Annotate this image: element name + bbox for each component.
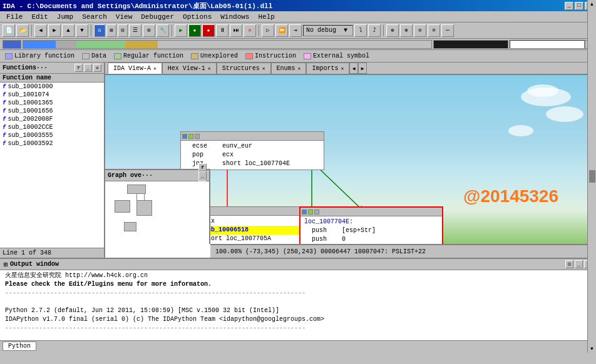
functions-close-btn[interactable]: ✕ — [93, 64, 101, 72]
func-name-2: sub_10001365 — [8, 99, 53, 106]
output-scroll-up[interactable]: ▲ — [590, 1, 593, 7]
functions-min-btn[interactable]: _ — [84, 64, 92, 72]
legend-instruction-color — [245, 53, 253, 59]
tab-ida-view-close[interactable]: ✕ — [153, 66, 157, 71]
tab-imports-close[interactable]: ✕ — [341, 66, 344, 71]
tb-pause[interactable]: ⏸ — [216, 24, 229, 37]
output-content[interactable]: 火星信息安全研究院 http://www.h4ck.org.cn Please … — [0, 270, 596, 340]
output-scroll-down[interactable]: ▼ — [590, 346, 593, 351]
graph-status: 100.00% (-73,345) (250,243) 00006447 100… — [210, 244, 596, 258]
minimize-button[interactable]: _ — [565, 2, 573, 10]
graph-status-text: 100.00% (-73,345) (250,243) 00006447 100… — [215, 248, 426, 255]
menu-edit[interactable]: Edit — [28, 13, 51, 21]
tb-run2[interactable]: ● — [188, 24, 201, 37]
overview-pin[interactable]: f — [198, 163, 207, 171]
menu-file[interactable]: File — [3, 13, 26, 21]
tb-btn5[interactable]: ⚙ — [143, 24, 155, 37]
menu-jump[interactable]: Jump — [53, 13, 77, 21]
legend-external-color — [304, 53, 311, 59]
func-item-6[interactable]: f sub_10003555 — [0, 131, 104, 139]
functions-list[interactable]: f sub_10001000 f sub_1001074 f sub_10001… — [0, 83, 104, 248]
tb-btn4[interactable]: ☰ — [129, 24, 141, 37]
tab-hex-view[interactable]: Hex View-1 ✕ — [162, 63, 217, 74]
tb-debug-btn1[interactable]: ▷ — [262, 24, 274, 37]
tb-btn1[interactable]: G — [94, 24, 105, 37]
tab-enums-close[interactable]: ✕ — [298, 66, 301, 71]
menu-debugger[interactable]: Debugger — [137, 13, 178, 21]
tab-structures-close[interactable]: ✕ — [262, 66, 265, 71]
svg-line-1 — [318, 168, 362, 210]
output-scroll-thumb[interactable] — [589, 170, 595, 183]
output-line-3: Python 2.7.2 (default, Jun 12 2011, 15:0… — [5, 306, 591, 315]
output-title: Output window — [10, 261, 59, 268]
tb-misc4[interactable]: ≡ — [428, 24, 440, 37]
output-line-5: ----------------------------------------… — [5, 324, 591, 333]
tb-btn3[interactable]: ⊟ — [118, 24, 128, 37]
tb-back[interactable]: ◀ — [34, 24, 47, 37]
tb-btn2[interactable]: ⊞ — [106, 24, 116, 37]
tb-new[interactable]: 📄 — [3, 24, 15, 37]
tb-sep5 — [383, 25, 384, 36]
menu-search[interactable]: Search — [78, 13, 111, 21]
legend-data: Data — [82, 53, 106, 59]
func-item-0[interactable]: f sub_10001000 — [0, 83, 104, 91]
dot-3-3 — [314, 210, 319, 215]
dot3 — [195, 134, 200, 139]
tab-scroll-right[interactable]: ▶ — [358, 63, 367, 74]
menu-help[interactable]: Help — [254, 13, 278, 21]
tb-misc2[interactable]: ⊗ — [400, 24, 413, 37]
tb-misc3[interactable]: ⊙ — [414, 24, 426, 37]
legend-library-label: Library function — [14, 53, 74, 59]
func-item-1[interactable]: f sub_1001074 — [0, 91, 104, 99]
func-item-5[interactable]: f sub_10002CCE — [0, 123, 104, 131]
overview-min[interactable]: _ — [198, 171, 207, 179]
tb-step[interactable]: ⏭ — [230, 24, 242, 37]
tab-enums[interactable]: Enums ✕ — [271, 63, 307, 74]
tb-debug-btn3[interactable]: ⇥ — [289, 24, 302, 37]
tb-open[interactable]: 📂 — [16, 24, 29, 37]
func-icon-1: f — [3, 92, 6, 98]
func-icon-5: f — [3, 124, 6, 131]
func-item-3[interactable]: f sub_10001656 — [0, 107, 104, 115]
title-bar: IDA - C:\Documents and Settings\Administ… — [0, 0, 596, 11]
output-tab-python[interactable]: Python — [3, 341, 36, 351]
tb-stop[interactable]: ● — [202, 24, 215, 37]
cloud-4 — [508, 125, 533, 136]
nav-seg3 — [76, 41, 125, 48]
tab-structures[interactable]: Structures ✕ — [217, 63, 271, 74]
maximize-button[interactable]: □ — [575, 2, 583, 10]
menu-options[interactable]: Options — [179, 13, 215, 21]
func-item-2[interactable]: f sub_10001365 — [0, 99, 104, 107]
tab-imports[interactable]: Imports ✕ — [306, 63, 349, 74]
tb-down[interactable]: ▼ — [76, 24, 88, 37]
func-icon-4: f — [3, 116, 6, 123]
functions-pin-btn[interactable]: f — [74, 64, 83, 72]
asm-label-3: loc_1007704E: — [304, 218, 438, 226]
output-scrollbar[interactable]: ▲ ▼ — [587, 0, 596, 353]
output-float-btn[interactable]: ⊡ — [565, 260, 573, 268]
tb-misc5[interactable]: ⋯ — [441, 24, 454, 37]
nav-search-box[interactable] — [510, 40, 585, 49]
tab-scroll-left[interactable]: ◀ — [349, 63, 358, 74]
tb-btn6[interactable]: 🔧 — [157, 24, 169, 37]
output-min-btn[interactable]: _ — [575, 260, 583, 268]
tb-debug-btn2[interactable]: ⏩ — [275, 24, 288, 37]
tb-kill[interactable]: ✕ — [244, 24, 256, 37]
debug-selector[interactable]: No debug ▼ — [303, 25, 353, 36]
tb-up[interactable]: ▲ — [62, 24, 74, 37]
functions-panel-btns: f _ ✕ — [74, 64, 101, 72]
tab-ida-view[interactable]: IDA View-A ✕ — [108, 63, 162, 74]
output-line-1: Please check the Edit/Plugins menu for m… — [5, 280, 591, 289]
tb-step-over[interactable]: ⤴ — [368, 24, 381, 37]
menu-view[interactable]: View — [112, 13, 136, 21]
func-item-7[interactable]: f sub_10003592 — [0, 139, 104, 148]
tab-hex-view-close[interactable]: ✕ — [208, 66, 211, 71]
func-item-4[interactable]: f sub_2002008F — [0, 115, 104, 123]
tb-step-into[interactable]: ⤵ — [354, 24, 367, 37]
tb-forward[interactable]: ▶ — [48, 24, 61, 37]
legend-external-label: External symbol — [313, 53, 369, 59]
output-window: ⊞ Output window ⊡ _ ✕ 火星信息安全研究院 http://w… — [0, 258, 596, 351]
menu-windows[interactable]: Windows — [217, 13, 253, 21]
tb-misc1[interactable]: ⊕ — [386, 24, 399, 37]
tb-run[interactable]: ▶ — [175, 24, 187, 37]
